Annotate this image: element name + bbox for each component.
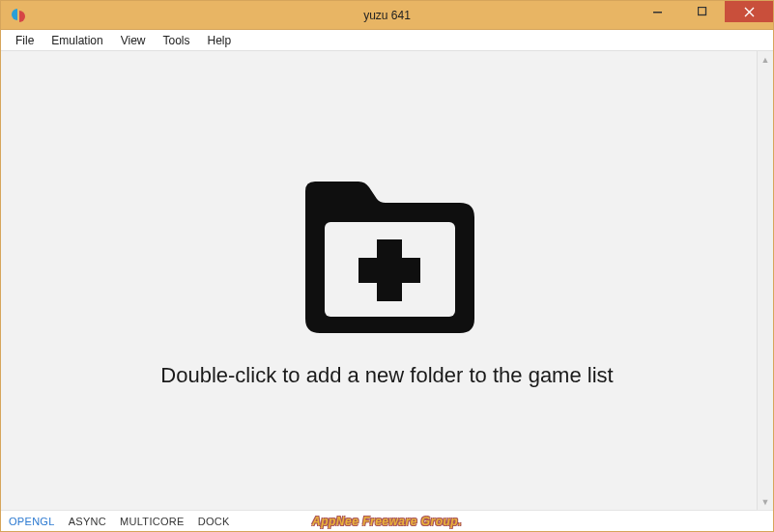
scroll-track[interactable]: [758, 68, 773, 493]
menu-view[interactable]: View: [112, 32, 155, 49]
svg-rect-1: [699, 8, 706, 15]
window-title: yuzu 641: [363, 9, 411, 22]
close-button[interactable]: [725, 1, 773, 22]
empty-state-message: Double-click to add a new folder to the …: [160, 363, 613, 388]
status-dock[interactable]: DOCK: [198, 516, 230, 527]
statusbar: OPENGL ASYNC MULTICORE DOCK AppNee Freew…: [1, 510, 773, 531]
svg-rect-4: [358, 258, 420, 283]
menu-emulation[interactable]: Emulation: [43, 32, 111, 49]
watermark: AppNee Freeware Group.: [312, 515, 462, 528]
window-controls: [636, 1, 773, 22]
status-async[interactable]: ASYNC: [69, 516, 106, 527]
vertical-scrollbar[interactable]: ▲ ▼: [757, 51, 773, 510]
menu-tools[interactable]: Tools: [155, 32, 199, 49]
scroll-down-arrow-icon[interactable]: ▼: [758, 493, 773, 510]
svg-rect-0: [653, 12, 662, 14]
menu-file[interactable]: File: [7, 32, 43, 49]
titlebar: yuzu 641: [1, 1, 773, 30]
status-opengl[interactable]: OPENGL: [9, 516, 55, 527]
app-icon: [9, 6, 28, 25]
status-multicore[interactable]: MULTICORE: [120, 516, 185, 527]
menu-help[interactable]: Help: [199, 32, 241, 49]
maximize-button[interactable]: [680, 1, 725, 22]
app-window: yuzu 641 File Emulation View Tools Help: [0, 0, 774, 532]
menubar: File Emulation View Tools Help: [1, 30, 773, 51]
add-folder-icon: [286, 174, 489, 346]
main-content[interactable]: Double-click to add a new folder to the …: [1, 51, 773, 510]
scroll-up-arrow-icon[interactable]: ▲: [758, 51, 773, 68]
minimize-button[interactable]: [636, 1, 680, 22]
